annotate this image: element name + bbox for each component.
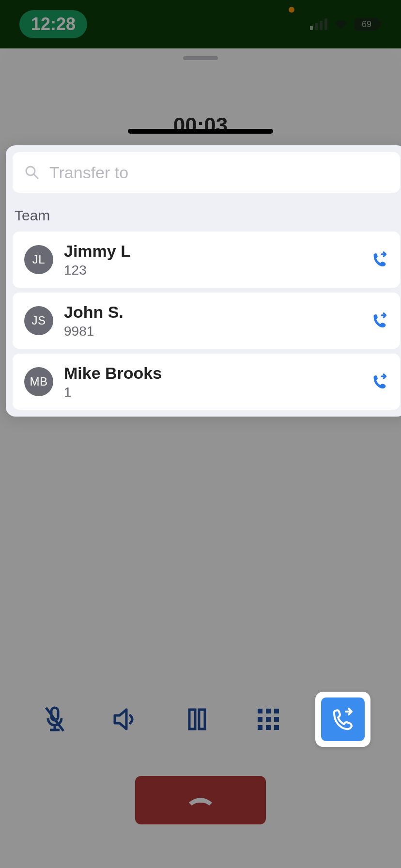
mic-off-icon (43, 706, 66, 733)
svg-text:69: 69 (362, 19, 371, 29)
svg-rect-16 (258, 717, 262, 722)
transfer-to-contact-button[interactable] (371, 312, 388, 329)
transfer-to-contact-button[interactable] (371, 251, 388, 268)
svg-rect-2 (320, 21, 323, 30)
contact-extension: 123 (64, 263, 360, 278)
status-bar: 12:28 69 (0, 0, 401, 48)
home-indicator[interactable] (128, 129, 273, 134)
battery-icon: 69 (355, 18, 382, 31)
transfer-button-active[interactable] (315, 692, 370, 747)
section-label-team: Team (15, 207, 398, 224)
phone-transfer-icon (371, 251, 388, 268)
avatar: MB (24, 367, 53, 396)
svg-rect-5 (379, 22, 381, 27)
svg-rect-17 (266, 717, 271, 722)
hangup-button[interactable] (135, 776, 266, 824)
svg-rect-0 (310, 26, 313, 30)
avatar: JS (24, 306, 53, 335)
search-icon (24, 165, 40, 180)
svg-rect-20 (266, 725, 271, 730)
speaker-button[interactable] (102, 695, 150, 744)
svg-rect-19 (258, 725, 262, 730)
contact-name: John S. (64, 303, 360, 322)
svg-rect-13 (258, 709, 262, 713)
call-timer: 00:03 (0, 113, 401, 138)
contact-name: Jimmy L (64, 242, 360, 261)
sheet-grabber[interactable] (183, 56, 218, 60)
transfer-modal: Team JL Jimmy L 123 JS John S. (6, 145, 401, 417)
hangup-icon (187, 793, 214, 807)
mute-button[interactable] (31, 695, 79, 744)
keypad-button[interactable] (244, 695, 293, 744)
contact-row[interactable]: JL Jimmy L 123 (13, 232, 400, 288)
svg-rect-15 (274, 709, 279, 713)
phone-transfer-icon (330, 707, 355, 732)
svg-rect-3 (324, 18, 327, 30)
contact-list: JL Jimmy L 123 JS John S. 9981 (13, 232, 400, 410)
phone-transfer-icon (371, 312, 388, 329)
pause-icon (187, 708, 207, 731)
cellular-icon (310, 18, 327, 30)
svg-rect-21 (274, 725, 279, 730)
svg-rect-12 (199, 710, 205, 729)
call-actions (0, 692, 401, 747)
contact-extension: 9981 (64, 324, 360, 339)
contact-row[interactable]: JS John S. 9981 (13, 293, 400, 349)
phone-transfer-icon (371, 373, 388, 390)
recording-indicator-dot (289, 7, 294, 13)
svg-rect-14 (266, 709, 271, 713)
svg-rect-18 (274, 717, 279, 722)
speaker-icon (113, 708, 139, 731)
contact-row[interactable]: MB Mike Brooks 1 (13, 354, 400, 410)
transfer-to-contact-button[interactable] (371, 373, 388, 390)
avatar: JL (24, 245, 53, 274)
transfer-search-input[interactable] (49, 163, 388, 182)
status-time: 12:28 (19, 10, 87, 38)
wifi-icon (333, 18, 349, 30)
svg-line-23 (34, 174, 38, 178)
keypad-icon (257, 708, 280, 731)
svg-rect-11 (189, 710, 195, 729)
contact-name: Mike Brooks (64, 364, 360, 383)
svg-rect-1 (315, 23, 318, 30)
hold-button[interactable] (173, 695, 221, 744)
transfer-search[interactable] (13, 152, 400, 193)
contact-extension: 1 (64, 385, 360, 400)
